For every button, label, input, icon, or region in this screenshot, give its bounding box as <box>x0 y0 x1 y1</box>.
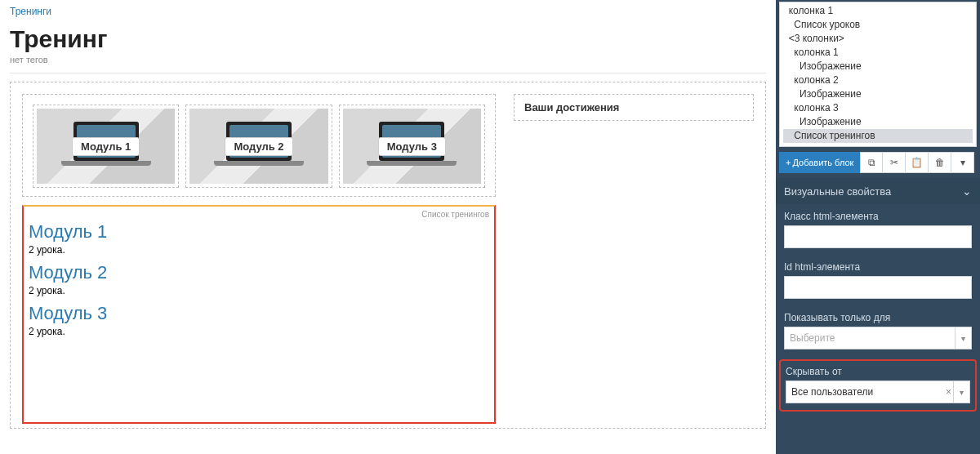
tree-node[interactable]: колонка 1 <box>783 4 973 18</box>
training-item-title[interactable]: Модуль 1 <box>29 221 489 243</box>
training-item-title[interactable]: Модуль 2 <box>29 262 489 283</box>
training-item-subtitle: 2 урока. <box>29 285 489 296</box>
tree-node[interactable]: Изображение <box>783 87 973 101</box>
module-card-label: Модуль 3 <box>378 137 446 156</box>
copy-icon: ⧉ <box>868 157 875 168</box>
module-card-3[interactable]: Модуль 3 <box>339 105 485 188</box>
tree-node[interactable]: <3 колонки> <box>783 32 973 46</box>
clear-icon[interactable]: × <box>946 386 951 398</box>
trash-icon: 🗑 <box>935 157 945 168</box>
properties-panel: колонка 1 Список уроков <3 колонки> коло… <box>776 0 980 454</box>
hide-from-label: Скрывать от <box>786 366 970 377</box>
training-list-block[interactable]: Список тренингов Модуль 1 2 урока. Модул… <box>22 205 496 424</box>
id-label: Id html-элемента <box>784 261 972 273</box>
add-block-button[interactable]: +Добавить блок <box>779 152 860 173</box>
breadcrumb-link[interactable]: Тренинги <box>10 6 51 17</box>
training-item-subtitle: 2 урока. <box>29 244 489 256</box>
caret-down-icon: ▾ <box>955 327 971 349</box>
hide-from-select[interactable]: Все пользователи × ▾ <box>786 381 970 403</box>
delete-button[interactable]: 🗑 <box>929 152 951 173</box>
id-input[interactable] <box>784 276 972 299</box>
achievements-block[interactable]: Ваши достижения <box>514 94 754 121</box>
paste-button[interactable]: 📋 <box>906 152 929 173</box>
block-tree[interactable]: колонка 1 Список уроков <3 колонки> коло… <box>779 2 977 147</box>
caret-down-icon: ▾ <box>953 381 969 403</box>
editor-canvas[interactable]: Модуль 1 Модуль 2 Модуль 3 Список тре <box>10 82 766 429</box>
breadcrumb: Тренинги <box>10 5 766 17</box>
module-card-1[interactable]: Модуль 1 <box>33 105 179 188</box>
tree-node[interactable]: колонка 1 <box>783 46 973 60</box>
show-for-select[interactable]: Выберите ▾ <box>784 327 972 349</box>
chevron-down-icon: ⌄ <box>962 185 972 198</box>
module-card-label: Модуль 2 <box>225 137 292 156</box>
tree-node[interactable]: Список тренингов <box>783 129 973 143</box>
tree-node[interactable]: Изображение <box>783 115 973 129</box>
visual-props-header[interactable]: Визуальные свойства ⌄ <box>776 178 980 204</box>
tree-node[interactable]: колонка 3 <box>783 101 973 115</box>
show-for-label: Показывать только для <box>784 312 972 323</box>
caret-down-icon: ▾ <box>960 157 965 168</box>
hide-from-group: Скрывать от Все пользователи × ▾ <box>779 359 977 412</box>
no-tags-label: нет тегов <box>10 55 766 65</box>
tree-node[interactable]: колонка 2 <box>783 73 973 87</box>
plus-icon: + <box>786 158 791 167</box>
module-card-label: Модуль 1 <box>72 137 140 156</box>
achievements-title: Ваши достижения <box>524 101 619 114</box>
scissors-icon: ✂ <box>890 157 898 168</box>
css-class-label: Класс html-элемента <box>784 211 972 222</box>
tree-node[interactable]: Список уроков <box>783 18 973 32</box>
tree-node[interactable]: Изображение <box>783 60 973 73</box>
more-button[interactable]: ▾ <box>951 152 974 173</box>
block-type-badge: Список тренингов <box>421 210 489 219</box>
training-item-title[interactable]: Модуль 3 <box>29 303 489 324</box>
divider <box>10 73 766 73</box>
module-card-2[interactable]: Модуль 2 <box>185 105 332 188</box>
page-title: Тренинг <box>10 25 766 53</box>
css-class-input[interactable] <box>784 225 972 248</box>
cut-button[interactable]: ✂ <box>883 152 906 173</box>
paste-icon: 📋 <box>911 157 923 168</box>
training-item-subtitle: 2 урока. <box>29 326 489 337</box>
copy-button[interactable]: ⧉ <box>860 152 883 173</box>
module-cards-block[interactable]: Модуль 1 Модуль 2 Модуль 3 <box>22 94 496 197</box>
block-toolbar: +Добавить блок ⧉ ✂ 📋 🗑 ▾ <box>779 152 977 173</box>
